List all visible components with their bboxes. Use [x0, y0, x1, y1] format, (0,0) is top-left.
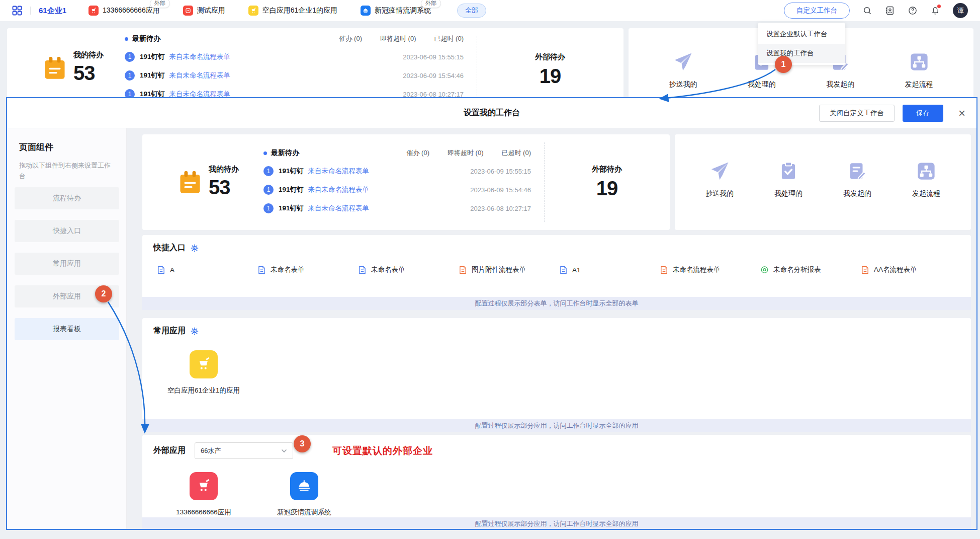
- contacts-icon[interactable]: [885, 6, 895, 16]
- blue-dot: [263, 151, 267, 155]
- source-link[interactable]: 来自未命名流程表单: [308, 204, 370, 213]
- todo-row[interactable]: 1 191钉钉 来自未命名流程表单 2023-06-09 15:55:15: [125, 52, 464, 62]
- my-todo-label: 我的待办: [73, 50, 104, 60]
- modal-header: 设置我的工作台 关闭自定义工作台 保存 ×: [7, 98, 976, 128]
- action-handled-by-me[interactable]: 我处理的: [764, 161, 813, 198]
- app-covid-system[interactable]: 新冠疫情流调系统: [254, 472, 354, 517]
- app-blank-app[interactable]: 空白应用61企业1的应用: [153, 350, 254, 395]
- quick-entry-footer-note: 配置过程仅展示部分表单，访问工作台时显示全部的表单: [142, 297, 971, 310]
- external-apps-title: 外部应用: [153, 445, 186, 456]
- action-start-flow[interactable]: 发起流程: [895, 51, 943, 89]
- annotation-note: 可设置默认的外部企业: [332, 444, 433, 457]
- cart-app-icon: [88, 6, 99, 16]
- avatar[interactable]: 谭: [953, 3, 968, 18]
- filter-urge[interactable]: 催办 (0): [339, 34, 363, 43]
- set-my-workbench-modal: 设置我的工作台 关闭自定义工作台 保存 × 页面组件 拖动以下组件到右侧来设置工…: [6, 97, 977, 530]
- quick-entry-item[interactable]: 未命名表单: [354, 265, 455, 274]
- action-cc-to-me[interactable]: 抄送我的: [695, 161, 744, 198]
- todo-row[interactable]: 1 191钉钉 来自未命名流程表单 2023-06-09 15:54:46: [263, 185, 531, 195]
- save-button[interactable]: 保存: [903, 105, 943, 122]
- source-link[interactable]: 来自未命名流程表单: [308, 185, 370, 194]
- latest-todo-label: 最新待办: [125, 34, 160, 43]
- form-icon: [861, 266, 869, 274]
- external-company-select[interactable]: 66水产: [195, 442, 293, 459]
- todo-row[interactable]: 1 191钉钉 来自未命名流程表单 2023-06-08 10:27:17: [263, 203, 531, 213]
- my-todo-summary[interactable]: 我的待办 53: [7, 28, 122, 97]
- quick-entry-item[interactable]: A1: [556, 265, 656, 274]
- tab-label: 空白应用61企业1的应用: [262, 6, 337, 15]
- component-quick-entry[interactable]: 快捷入口: [15, 220, 119, 242]
- all-apps-pill[interactable]: 全部: [457, 4, 486, 18]
- external-todo-summary[interactable]: 外部待办 19: [544, 134, 670, 230]
- quick-entry-item[interactable]: 未命名分析报表: [757, 265, 857, 274]
- source-link[interactable]: 来自未命名流程表单: [169, 90, 231, 97]
- top-bar: 61企业1 13366666666应用 外部 测试应用 空白应用61企业1的应用: [0, 0, 980, 21]
- common-apps-section: 常用应用 空白应用61企业1的应用 配置过程仅展示部分应用，访问工作台时显示全部…: [142, 318, 971, 432]
- sidebar-title: 页面组件: [7, 141, 126, 153]
- todo-row[interactable]: 1 191钉钉 来自未命名流程表单 2023-06-09 15:54:46: [125, 70, 464, 81]
- latest-todo-list: 最新待办 催办 (0) 即将超时 (0) 已超时 (0) 1 191钉钉 来自未…: [260, 134, 544, 230]
- close-icon[interactable]: ×: [958, 107, 965, 119]
- source-link[interactable]: 来自未命名流程表单: [169, 71, 231, 80]
- form-icon: [459, 266, 467, 274]
- count-badge: 1: [125, 70, 135, 81]
- paper-plane-icon: [672, 51, 693, 72]
- cloche-app-icon: [290, 472, 318, 500]
- common-apps-footer-note: 配置过程仅展示部分应用，访问工作台时显示全部的应用: [142, 419, 971, 432]
- gear-icon[interactable]: [191, 244, 199, 252]
- my-todo-count: 53: [209, 176, 239, 199]
- quick-entry-item[interactable]: 未命名表单: [254, 265, 354, 274]
- company-name-link[interactable]: 61企业1: [39, 6, 66, 16]
- tab-app-4[interactable]: 新冠疫情流调系统 外部: [361, 6, 431, 16]
- quick-entry-item[interactable]: AA名流程表单: [857, 265, 958, 274]
- page-components-sidebar: 页面组件 拖动以下组件到右侧来设置工作台 流程待办 快捷入口 常用应用 外部应用…: [7, 128, 127, 529]
- help-icon[interactable]: [908, 6, 918, 16]
- form-icon: [258, 266, 265, 274]
- external-todo-summary[interactable]: 外部待办 19: [477, 28, 623, 97]
- workbench-grid-icon[interactable]: [12, 6, 22, 16]
- menu-item-set-enterprise-default[interactable]: 设置企业默认工作台: [758, 25, 845, 44]
- component-report-board[interactable]: 报表看板: [15, 318, 119, 340]
- tab-app-2[interactable]: 测试应用: [183, 6, 225, 16]
- cart-app-icon: [248, 6, 258, 16]
- menu-item-set-my-workbench[interactable]: 设置我的工作台: [758, 44, 845, 63]
- filter-overdue[interactable]: 已超时 (0): [434, 34, 464, 43]
- tab-label: 13366666666应用: [103, 6, 160, 15]
- count-badge: 1: [263, 203, 274, 213]
- filter-overdue[interactable]: 已超时 (0): [502, 148, 531, 158]
- doc-edit-icon: [847, 161, 868, 182]
- filter-soon-overdue[interactable]: 即将超时 (0): [380, 34, 416, 43]
- external-badge: 外部: [421, 0, 441, 8]
- gear-icon[interactable]: [191, 327, 199, 335]
- filter-soon-overdue[interactable]: 即将超时 (0): [448, 148, 484, 158]
- component-flow-todo[interactable]: 流程待办: [15, 187, 119, 209]
- close-customize-button[interactable]: 关闭自定义工作台: [819, 105, 895, 122]
- quick-entry-section: 快捷入口 A 未命名表单 未命名表单: [142, 235, 971, 310]
- tab-app-3[interactable]: 空白应用61企业1的应用: [248, 6, 337, 16]
- tab-app-1[interactable]: 13366666666应用 外部: [88, 6, 160, 16]
- form-icon: [157, 266, 165, 274]
- paper-plane-icon: [709, 161, 730, 182]
- quick-entry-item[interactable]: A: [153, 265, 254, 274]
- form-icon: [560, 266, 567, 274]
- component-external-apps[interactable]: 外部应用: [15, 285, 119, 307]
- search-icon[interactable]: [862, 6, 872, 16]
- source-link[interactable]: 来自未命名流程表单: [308, 167, 370, 176]
- quick-entry-item[interactable]: 图片附件流程表单: [455, 265, 556, 274]
- source-link[interactable]: 来自未命名流程表单: [169, 52, 231, 61]
- test-app-icon: [183, 6, 193, 16]
- component-common-apps[interactable]: 常用应用: [15, 253, 119, 275]
- my-todo-label: 我的待办: [209, 165, 239, 174]
- customize-workbench-button[interactable]: 自定义工作台: [784, 3, 850, 19]
- todo-calendar-icon: [179, 170, 202, 196]
- filter-urge[interactable]: 催办 (0): [407, 148, 430, 158]
- action-start-flow[interactable]: 发起流程: [902, 161, 950, 198]
- my-todo-summary[interactable]: 我的待办 53: [142, 134, 260, 230]
- action-started-by-me[interactable]: 我发起的: [833, 161, 881, 198]
- app-13366666666[interactable]: 13366666666应用: [153, 472, 254, 517]
- quick-entry-item[interactable]: 未命名流程表单: [656, 265, 757, 274]
- todo-row[interactable]: 1 191钉钉 来自未命名流程表单 2023-06-08 10:27:17: [125, 89, 464, 97]
- notification-bell-icon[interactable]: [930, 6, 940, 16]
- action-cc-to-me[interactable]: 抄送我的: [659, 51, 707, 89]
- todo-row[interactable]: 1 191钉钉 来自未命名流程表单 2023-06-09 15:55:15: [263, 166, 531, 176]
